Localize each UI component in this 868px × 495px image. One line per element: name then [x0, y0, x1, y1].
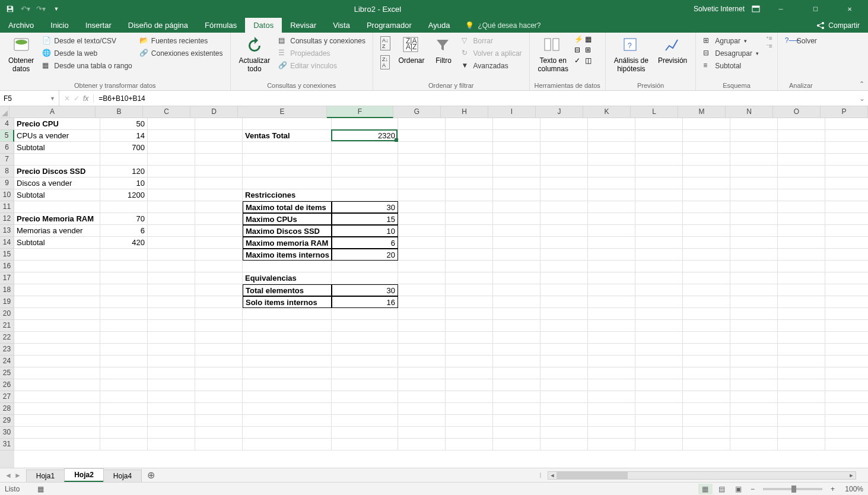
- zoom-level[interactable]: 100%: [840, 485, 863, 493]
- filtro-button[interactable]: Filtro: [431, 35, 457, 66]
- cell[interactable]: Solo items internos: [243, 296, 332, 308]
- cell[interactable]: Maximo total de items: [243, 201, 332, 213]
- row-header[interactable]: 21: [0, 320, 14, 332]
- page-break-view-button[interactable]: ▣: [732, 484, 746, 494]
- namebox-dropdown-icon[interactable]: ▼: [50, 96, 55, 101]
- row-header[interactable]: 13: [0, 225, 14, 237]
- cell[interactable]: Maximo memoria RAM: [243, 237, 332, 249]
- row-header[interactable]: 25: [0, 367, 14, 379]
- borrar-button[interactable]: ▽Borrar: [459, 35, 524, 47]
- cell[interactable]: 14: [100, 130, 148, 142]
- row-header[interactable]: 7: [0, 154, 14, 166]
- cell[interactable]: 700: [100, 142, 148, 154]
- row-header[interactable]: 24: [0, 356, 14, 367]
- account-name[interactable]: Solvetic Internet: [694, 5, 745, 13]
- cell[interactable]: CPUs a vender: [14, 130, 100, 142]
- name-box[interactable]: ▼: [0, 91, 59, 106]
- collapse-icon[interactable]: ⁻≡: [766, 43, 772, 49]
- desde-web-button[interactable]: 🌐Desde la web: [40, 47, 134, 59]
- sheet-tab-hoja1[interactable]: Hoja1: [26, 469, 65, 482]
- row-header[interactable]: 9: [0, 177, 14, 189]
- column-header[interactable]: D: [190, 106, 238, 118]
- row-header[interactable]: 17: [0, 272, 14, 284]
- row-header[interactable]: 4: [0, 118, 14, 130]
- ordenar-button[interactable]: Z|AA|Z Ordenar: [395, 35, 428, 66]
- ribbon-display-icon[interactable]: [752, 5, 760, 12]
- row-header[interactable]: 6: [0, 142, 14, 154]
- propiedades-button[interactable]: ☰Propiedades: [276, 47, 368, 59]
- cell[interactable]: 16: [332, 296, 398, 308]
- cell[interactable]: Subtotal: [14, 189, 100, 201]
- cell[interactable]: Precio CPU: [14, 118, 100, 130]
- volver-aplicar-button[interactable]: ↻Volver a aplicar: [459, 47, 524, 59]
- close-button[interactable]: ✕: [836, 0, 863, 18]
- solver-button[interactable]: ?⟶Solver: [783, 35, 819, 47]
- cell[interactable]: 10: [332, 225, 398, 237]
- cell[interactable]: Maximo items internos: [243, 249, 332, 261]
- remove-dup-icon[interactable]: ⊟: [574, 46, 584, 55]
- row-header[interactable]: 20: [0, 308, 14, 320]
- column-header[interactable]: K: [583, 106, 631, 118]
- consolidate-icon[interactable]: ▦: [585, 35, 594, 45]
- formula-input[interactable]: =B6+B10+B14: [94, 94, 856, 103]
- tab-vista[interactable]: Vista: [325, 18, 358, 33]
- fuentes-recientes-button[interactable]: 📂Fuentes recientes: [137, 35, 225, 47]
- qat-customize-icon[interactable]: ▼: [51, 4, 62, 14]
- sheet-tab-hoja2[interactable]: Hoja2: [64, 468, 104, 482]
- column-header[interactable]: H: [441, 106, 488, 118]
- cell[interactable]: Equivalencias: [243, 272, 332, 284]
- cell[interactable]: 70: [100, 213, 148, 225]
- normal-view-button[interactable]: ▦: [698, 484, 713, 494]
- flash-fill-icon[interactable]: ⚡: [574, 35, 584, 45]
- row-header[interactable]: 30: [0, 427, 14, 439]
- row-header[interactable]: 31: [0, 439, 14, 450]
- macro-record-icon[interactable]: ▦: [37, 485, 44, 493]
- relations-icon[interactable]: ⊞: [585, 46, 594, 55]
- texto-columnas-button[interactable]: Texto en columnas: [535, 35, 572, 75]
- row-header[interactable]: 27: [0, 391, 14, 403]
- select-all-corner[interactable]: [0, 106, 9, 118]
- column-header[interactable]: E: [238, 106, 327, 118]
- row-header[interactable]: 18: [0, 284, 14, 296]
- tab-revisar[interactable]: Revisar: [282, 18, 325, 33]
- column-header[interactable]: A: [9, 106, 96, 118]
- cell[interactable]: 50: [100, 118, 148, 130]
- cell[interactable]: Ventas Total: [243, 130, 332, 142]
- obtener-datos-button[interactable]: Obtener datos: [5, 35, 37, 75]
- tell-me[interactable]: 💡 ¿Qué desea hacer?: [458, 18, 548, 33]
- page-layout-view-button[interactable]: ▤: [715, 484, 729, 494]
- actualizar-todo-button[interactable]: Actualizar todo: [236, 35, 274, 75]
- column-header[interactable]: J: [536, 106, 583, 118]
- cell[interactable]: Memorias a vender: [14, 225, 100, 237]
- cancel-icon[interactable]: ✕: [64, 94, 70, 103]
- row-header[interactable]: 16: [0, 261, 14, 272]
- cell[interactable]: Discos a vender: [14, 177, 100, 189]
- collapse-ribbon-icon[interactable]: ⌃: [859, 80, 864, 88]
- row-header[interactable]: 19: [0, 296, 14, 308]
- fx-icon[interactable]: fx: [83, 94, 88, 103]
- column-header[interactable]: L: [631, 106, 678, 118]
- desde-csv-button[interactable]: 📄Desde el texto/CSV: [40, 35, 134, 47]
- zoom-in-button[interactable]: +: [828, 485, 837, 493]
- validation-icon[interactable]: ✓: [574, 56, 584, 66]
- column-header[interactable]: C: [143, 106, 190, 118]
- desagrupar-button[interactable]: ⊟Desagrupar▾: [701, 47, 761, 59]
- column-header[interactable]: B: [96, 106, 143, 118]
- name-box-input[interactable]: [4, 94, 45, 103]
- cell[interactable]: Precio Memoria RAM: [14, 213, 100, 225]
- scroll-right-icon[interactable]: ►: [847, 472, 856, 479]
- avanzadas-button[interactable]: ▼Avanzadas: [459, 60, 524, 72]
- scroll-thumb[interactable]: [557, 472, 628, 479]
- cell[interactable]: Total elementos: [243, 284, 332, 296]
- expand-icon[interactable]: ⁺≡: [766, 35, 772, 42]
- sheet-next-icon[interactable]: ►: [14, 471, 21, 480]
- cell[interactable]: Subtotal: [14, 237, 100, 249]
- column-header[interactable]: O: [773, 106, 821, 118]
- cell[interactable]: 6: [100, 225, 148, 237]
- sheet-prev-icon[interactable]: ◄: [5, 471, 12, 480]
- row-header[interactable]: 22: [0, 332, 14, 344]
- row-header[interactable]: 10: [0, 189, 14, 201]
- maximize-button[interactable]: ☐: [802, 0, 829, 18]
- prevision-button[interactable]: Previsión: [654, 35, 691, 66]
- conexiones-existentes-button[interactable]: 🔗Conexiones existentes: [137, 47, 225, 59]
